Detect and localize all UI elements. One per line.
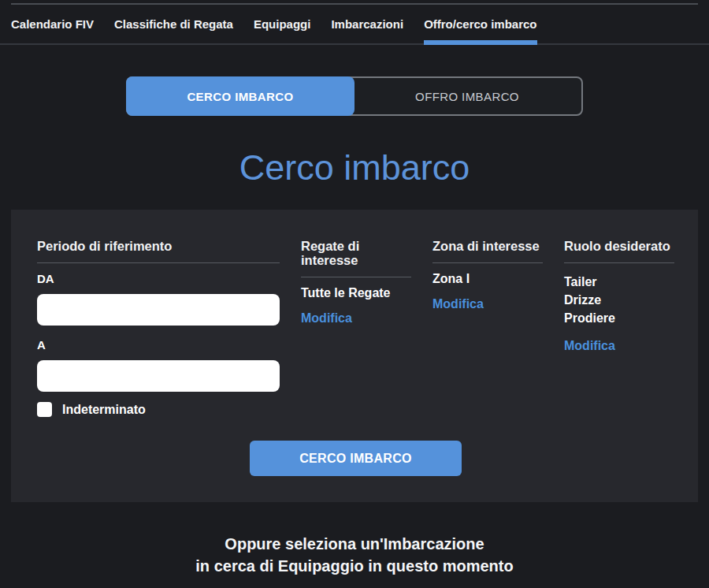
zona-column: Zona di interesse Zona I Modifica: [432, 239, 543, 417]
da-input[interactable]: [37, 294, 280, 326]
periodo-column: Periodo di riferimento DA A Indeterminat…: [37, 239, 280, 417]
footer-prompt-line2: in cerca di Equipaggio in questo momento: [0, 555, 709, 577]
indeterminato-label: Indeterminato: [62, 403, 146, 417]
regate-modifica-link[interactable]: Modifica: [301, 311, 411, 325]
tab-active-underline: [424, 40, 536, 45]
da-label: DA: [37, 273, 280, 285]
periodo-header: Periodo di riferimento: [37, 239, 280, 253]
imbarco-mode-toggle: CERCO IMBARCO OFFRO IMBARCO: [126, 76, 583, 116]
divider: [432, 262, 543, 263]
divider: [564, 262, 674, 263]
regate-value: Tutte le Regate: [301, 287, 411, 300]
cerco-imbarco-submit-button[interactable]: CERCO IMBARCO: [250, 441, 462, 476]
page-title: Cerco imbarco: [0, 146, 709, 189]
ruolo-value: Tailer: [564, 273, 674, 291]
search-form-panel: Periodo di riferimento DA A Indeterminat…: [11, 210, 698, 502]
tab-label: Classifiche di Regata: [114, 17, 233, 31]
footer-prompt-line1: Oppure seleziona un'Imbarcazione: [0, 533, 709, 555]
tab-equipaggi[interactable]: Equipaggi: [254, 5, 311, 43]
tab-label: Calendario FIV: [11, 17, 94, 31]
ruolo-modifica-link[interactable]: Modifica: [564, 339, 674, 352]
ruolo-header: Ruolo desiderato: [564, 239, 674, 253]
ruolo-column: Ruolo desiderato Tailer Drizze Prodiere …: [564, 239, 674, 417]
divider: [37, 262, 280, 263]
tab-imbarcazioni[interactable]: Imbarcazioni: [331, 5, 403, 43]
regate-column: Regate di interesse Tutte le Regate Modi…: [301, 239, 411, 417]
ruolo-value: Prodiere: [564, 309, 674, 327]
a-input[interactable]: [37, 360, 280, 392]
regate-header: Regate di interesse: [301, 239, 411, 267]
tab-label: Equipaggi: [254, 17, 311, 31]
zona-header: Zona di interesse: [432, 239, 543, 253]
indeterminato-checkbox[interactable]: [37, 402, 52, 417]
ruolo-value: Drizze: [564, 291, 674, 309]
divider: [301, 277, 411, 277]
footer-prompt: Oppure seleziona un'Imbarcazione in cerc…: [0, 533, 709, 577]
tab-label: Imbarcazioni: [331, 17, 403, 31]
main-nav: Calendario FIV Classifiche di Regata Equ…: [0, 5, 709, 45]
tab-offro-cerco-imbarco[interactable]: Offro/cerco imbarco: [424, 5, 536, 43]
tab-calendario-fiv[interactable]: Calendario FIV: [11, 5, 94, 43]
zona-modifica-link[interactable]: Modifica: [432, 297, 543, 311]
zona-value: Zona I: [432, 273, 543, 285]
tab-label: Offro/cerco imbarco: [424, 17, 536, 31]
a-label: A: [37, 339, 280, 352]
tab-classifiche-di-regata[interactable]: Classifiche di Regata: [114, 5, 233, 43]
offro-imbarco-toggle-button[interactable]: OFFRO IMBARCO: [353, 78, 581, 114]
cerco-imbarco-toggle-button[interactable]: CERCO IMBARCO: [126, 76, 354, 116]
